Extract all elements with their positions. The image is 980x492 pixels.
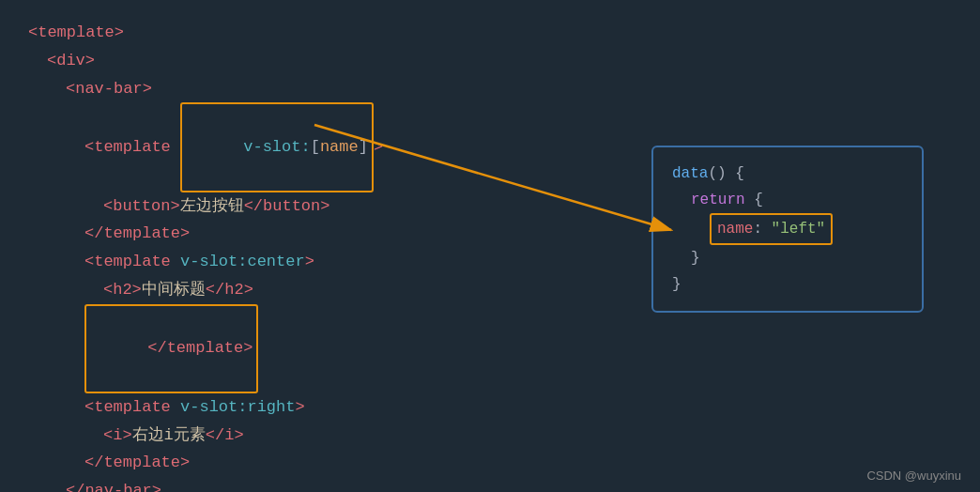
tag-h2: h2 xyxy=(113,276,131,304)
colon: : xyxy=(753,216,771,242)
tag-i: i xyxy=(113,422,122,450)
tag-template-close1: template xyxy=(103,220,180,248)
data-panel-line1: data() { xyxy=(672,161,903,187)
code-line-11: <i>右边i元素</i> xyxy=(28,422,952,450)
bracket: </ xyxy=(244,192,263,221)
bracket: </ xyxy=(206,276,224,304)
bracket: > xyxy=(244,276,253,304)
footer-text: CSDN @wuyxinu xyxy=(866,469,961,483)
bracket: > xyxy=(305,248,314,276)
bracket: < xyxy=(84,133,94,161)
code-line-12: </template> xyxy=(28,449,952,477)
bracket: </ xyxy=(206,422,224,450)
bracket: > xyxy=(170,192,179,221)
bracket: < xyxy=(28,19,38,47)
code-line-3: <nav-bar> xyxy=(28,75,952,103)
i-text: 右边i元素 xyxy=(132,422,206,450)
data-panel-line5: } xyxy=(672,271,903,298)
brace: { xyxy=(735,161,744,187)
vslot-name-highlight: v-slot:[name] xyxy=(180,102,374,192)
code-line-2: <div> xyxy=(28,47,952,75)
attr-vslot-right: v-slot:right xyxy=(180,393,295,422)
bracket: > xyxy=(143,75,152,103)
code-line-1: <template> xyxy=(28,19,952,47)
code-line-9: </template> xyxy=(28,304,952,393)
bracket: < xyxy=(103,276,113,304)
attr-vslot: v-slot: xyxy=(243,138,310,156)
code-line-10: <template v-slot:right> xyxy=(28,393,952,422)
data-panel-line3: name: "left" xyxy=(672,213,903,245)
tag-template: template xyxy=(38,19,115,47)
slot-name-var: name xyxy=(320,138,359,156)
bracket: > xyxy=(85,47,95,75)
bracket: > xyxy=(180,449,190,477)
footer-credit: CSDN @wuyxinu xyxy=(866,469,961,483)
bracket: < xyxy=(103,192,113,221)
bracket: > xyxy=(320,192,329,221)
bracket: < xyxy=(84,393,94,422)
tag-button-close: button xyxy=(263,192,320,221)
bracket: </ xyxy=(84,220,103,248)
prop-name: name xyxy=(717,216,753,242)
code-line-13: </nav-bar> xyxy=(28,477,952,492)
bracket: </ xyxy=(84,449,103,477)
name-value-highlight: name: "left" xyxy=(710,213,833,245)
bracket: </ xyxy=(147,339,166,357)
bracket: > xyxy=(132,276,142,304)
bracket: > xyxy=(243,339,253,357)
attr-vslot-center: v-slot:center xyxy=(180,248,305,276)
brace: } xyxy=(672,271,681,298)
func-data: data xyxy=(672,161,708,187)
tag-nav-bar: nav-bar xyxy=(75,75,142,103)
string-left: "left" xyxy=(772,216,826,242)
bracket: < xyxy=(103,422,113,450)
h2-text: 中间标题 xyxy=(142,276,206,304)
bracket: > xyxy=(180,220,190,248)
brace: } xyxy=(691,245,700,271)
button-text: 左边按钮 xyxy=(180,192,244,221)
tag-template-close2: template xyxy=(167,339,244,357)
tag-template-right: template xyxy=(94,393,171,422)
bracket: > xyxy=(115,19,124,47)
bracket: > xyxy=(374,133,383,161)
brace: { xyxy=(754,187,763,213)
bracket: </ xyxy=(66,477,84,492)
code-container: <template> <div> <nav-bar> <template v-s… xyxy=(0,0,980,492)
tag-h2-close: h2 xyxy=(224,276,243,304)
tag-div: div xyxy=(56,47,85,75)
paren: () xyxy=(708,161,726,187)
data-panel-line2: return { xyxy=(672,187,903,213)
bracket: > xyxy=(234,422,243,450)
bracket: < xyxy=(84,248,94,276)
template-close-highlight: </template> xyxy=(84,304,258,393)
bracket: < xyxy=(66,75,75,103)
tag-template-vslot: template xyxy=(94,133,171,161)
bracket: < xyxy=(47,47,56,75)
tag-nav-bar-close: nav-bar xyxy=(84,477,151,492)
tag-i-close: i xyxy=(224,422,234,450)
bracket: > xyxy=(295,393,304,422)
tag-template-close3: template xyxy=(103,449,180,477)
tag-button: button xyxy=(113,192,170,221)
data-panel-line4: } xyxy=(672,245,903,271)
return-keyword: return xyxy=(691,187,745,213)
bracket: > xyxy=(122,422,131,450)
data-panel: data() { return { name: "left" } } xyxy=(651,146,924,313)
bracket: > xyxy=(152,477,161,492)
tag-template-center: template xyxy=(94,248,171,276)
